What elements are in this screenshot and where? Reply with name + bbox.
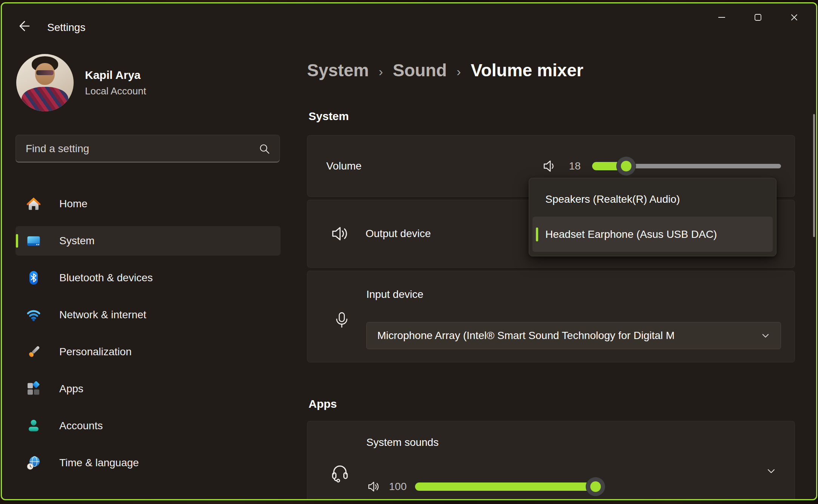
search-box[interactable] bbox=[15, 135, 280, 163]
system-icon bbox=[26, 233, 41, 248]
network-icon bbox=[26, 307, 41, 322]
volume-slider[interactable] bbox=[592, 156, 781, 176]
sidebar-item-time-language[interactable]: Time & language bbox=[15, 448, 281, 478]
sidebar-item-label: Personalization bbox=[59, 346, 131, 358]
volume-value: 18 bbox=[566, 160, 583, 172]
sidebar-item-personalization[interactable]: Personalization bbox=[15, 337, 281, 367]
system-sounds-slider[interactable] bbox=[415, 476, 596, 497]
flyout-option-speakers[interactable]: Speakers (Realtek(R) Audio) bbox=[532, 182, 773, 217]
speaker-waves-icon bbox=[331, 225, 352, 243]
window-controls bbox=[704, 6, 812, 28]
maximize-icon bbox=[753, 12, 763, 23]
close-button[interactable] bbox=[776, 6, 812, 28]
section-title-apps: Apps bbox=[309, 398, 337, 410]
sidebar-item-label: Time & language bbox=[59, 457, 139, 469]
slider-thumb[interactable] bbox=[586, 477, 605, 496]
sidebar-item-network-internet[interactable]: Network & internet bbox=[15, 300, 281, 330]
input-device-card: Input device Microphone Array (Intel® Sm… bbox=[307, 271, 795, 362]
input-device-dropdown[interactable]: Microphone Array (Intel® Smart Sound Tec… bbox=[366, 322, 781, 349]
home-icon bbox=[26, 196, 41, 211]
chevron-down-icon bbox=[759, 330, 772, 342]
slider-thumb[interactable] bbox=[616, 156, 636, 176]
sidebar-item-apps[interactable]: Apps bbox=[15, 374, 281, 404]
speaker-icon[interactable] bbox=[542, 159, 557, 174]
sidebar-item-system[interactable]: System bbox=[15, 226, 281, 256]
section-title-system: System bbox=[309, 110, 349, 123]
bluetooth-icon bbox=[26, 270, 41, 285]
sidebar-item-bluetooth-devices[interactable]: Bluetooth & devices bbox=[15, 263, 281, 293]
output-device-flyout: Speakers (Realtek(R) Audio) Headset Earp… bbox=[529, 178, 776, 256]
apps-icon bbox=[26, 381, 41, 396]
user-profile[interactable]: Kapil Arya Local Account bbox=[16, 54, 146, 111]
input-device-label: Input device bbox=[366, 288, 423, 301]
breadcrumb: System › Sound › Volume mixer bbox=[307, 60, 583, 80]
system-sounds-card: System sounds 100 bbox=[307, 421, 795, 500]
vertical-scrollbar[interactable] bbox=[813, 114, 815, 237]
minimize-icon bbox=[716, 12, 727, 23]
desktop: { "colors": { "accent": "#a2e030", "wind… bbox=[0, 0, 818, 504]
slider-fill bbox=[415, 482, 596, 491]
chevron-down-icon[interactable] bbox=[765, 465, 777, 477]
input-device-selected: Microphone Array (Intel® Smart Sound Tec… bbox=[377, 330, 759, 342]
headset-icon bbox=[330, 462, 350, 484]
microphone-icon bbox=[333, 310, 350, 330]
sidebar-nav: Home System Bluetooth & devices bbox=[15, 189, 281, 485]
breadcrumb-sound[interactable]: Sound bbox=[393, 60, 447, 80]
close-icon bbox=[789, 12, 799, 23]
sidebar-item-label: Home bbox=[59, 198, 88, 210]
back-arrow-icon bbox=[16, 18, 31, 34]
sidebar-item-label: Bluetooth & devices bbox=[59, 272, 153, 284]
search-input[interactable] bbox=[26, 143, 258, 155]
chevron-right-icon: › bbox=[379, 62, 383, 79]
breadcrumb-system[interactable]: System bbox=[307, 60, 369, 80]
page-title: Volume mixer bbox=[471, 60, 583, 80]
accounts-icon bbox=[26, 418, 41, 433]
search-icon bbox=[258, 142, 271, 156]
speaker-waves-icon[interactable] bbox=[367, 480, 381, 493]
time-language-icon bbox=[26, 455, 41, 470]
flyout-option-label: Headset Earphone (Asus USB DAC) bbox=[545, 228, 717, 240]
flyout-option-label: Speakers (Realtek(R) Audio) bbox=[545, 193, 680, 205]
sidebar-item-label: Apps bbox=[59, 383, 83, 395]
avatar-shirt bbox=[22, 87, 69, 111]
minimize-button[interactable] bbox=[704, 6, 740, 28]
system-sounds-label: System sounds bbox=[366, 436, 438, 449]
sidebar-item-home[interactable]: Home bbox=[15, 189, 281, 219]
flyout-option-headset[interactable]: Headset Earphone (Asus USB DAC) bbox=[532, 217, 773, 252]
output-device-label: Output device bbox=[366, 228, 431, 240]
avatar-sunglasses bbox=[36, 70, 54, 76]
back-button[interactable] bbox=[15, 17, 33, 35]
sidebar-item-label: Accounts bbox=[59, 420, 103, 432]
system-sounds-volume-value: 100 bbox=[389, 481, 407, 493]
maximize-button[interactable] bbox=[740, 6, 776, 28]
volume-label: Volume bbox=[326, 160, 361, 172]
sidebar-item-label: System bbox=[59, 235, 94, 247]
avatar bbox=[16, 54, 74, 111]
personalization-icon bbox=[26, 344, 41, 359]
profile-account-type: Local Account bbox=[85, 85, 146, 97]
app-title: Settings bbox=[47, 22, 85, 34]
chevron-right-icon: › bbox=[457, 62, 461, 79]
sidebar-item-accounts[interactable]: Accounts bbox=[15, 411, 281, 441]
settings-window: Settings Kapil Arya Local Account bbox=[1, 2, 817, 500]
sidebar-item-label: Network & internet bbox=[59, 309, 146, 321]
profile-name: Kapil Arya bbox=[85, 69, 146, 82]
